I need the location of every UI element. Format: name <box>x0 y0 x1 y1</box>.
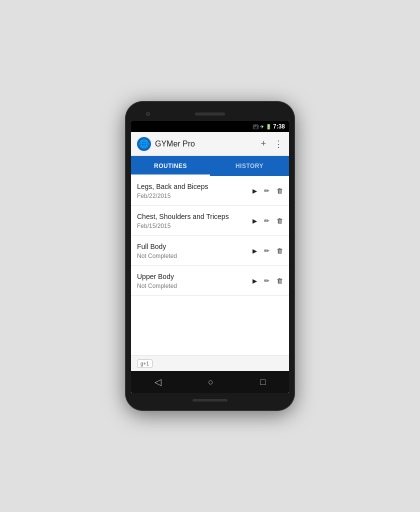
status-bar: 📳 ✈ 🔋 7:38 <box>131 121 289 132</box>
play-button-4[interactable]: ▶ <box>252 278 257 284</box>
edit-button-4[interactable]: ✏ <box>264 277 270 284</box>
play-button-1[interactable]: ▶ <box>252 188 257 194</box>
tab-bar: ROUTINES HISTORY <box>131 156 289 176</box>
gplus-button[interactable]: g+1 <box>137 360 152 368</box>
routine-name-3: Full Body <box>137 242 252 251</box>
home-button[interactable]: ○ <box>208 377 214 388</box>
routine-name-4: Upper Body <box>137 272 252 281</box>
edit-button-1[interactable]: ✏ <box>264 187 270 194</box>
recent-button[interactable]: □ <box>260 377 266 388</box>
delete-button-1[interactable]: 🗑 <box>276 187 283 194</box>
vibrate-icon: 📳 <box>252 124 258 130</box>
nav-bar: ◁ ○ □ <box>131 371 289 393</box>
edit-button-2[interactable]: ✏ <box>264 217 270 224</box>
routine-list: Legs, Back and Biceps Feb/22/2015 ▶ ✏ 🗑 … <box>131 176 289 355</box>
delete-button-4[interactable]: 🗑 <box>276 277 283 284</box>
phone-screen: 📳 ✈ 🔋 7:38 🌐 GYMer Pro + ⋮ ROUTINES HIS <box>131 121 289 393</box>
routine-info-4: Upper Body Not Completed <box>137 272 252 289</box>
phone-bottom <box>131 395 289 405</box>
tab-routines[interactable]: ROUTINES <box>131 156 210 176</box>
airplane-icon: ✈ <box>260 124 264 130</box>
edit-button-3[interactable]: ✏ <box>264 247 270 254</box>
routine-date-2: Feb/15/2015 <box>137 222 252 230</box>
bottom-speaker <box>192 399 228 402</box>
app-logo: 🌐 <box>137 137 151 151</box>
routine-info-2: Chest, Shoulders and Triceps Feb/15/2015 <box>137 212 252 229</box>
phone-device: 📳 ✈ 🔋 7:38 🌐 GYMer Pro + ⋮ ROUTINES HIS <box>125 101 295 411</box>
globe-icon: 🌐 <box>139 139 149 148</box>
app-title: GYMer Pro <box>155 140 260 148</box>
routine-item-1: Legs, Back and Biceps Feb/22/2015 ▶ ✏ 🗑 <box>131 176 289 206</box>
routine-item-3: Full Body Not Completed ▶ ✏ 🗑 <box>131 236 289 266</box>
routine-actions-4: ▶ ✏ 🗑 <box>252 277 283 284</box>
routine-info-3: Full Body Not Completed <box>137 242 252 259</box>
routine-name-2: Chest, Shoulders and Triceps <box>137 212 252 221</box>
routine-item-4: Upper Body Not Completed ▶ ✏ 🗑 <box>131 266 289 296</box>
routine-actions-2: ▶ ✏ 🗑 <box>252 217 283 224</box>
routine-name-1: Legs, Back and Biceps <box>137 182 252 191</box>
app-bar-actions: + ⋮ <box>260 138 283 150</box>
routine-status-4: Not Completed <box>137 282 252 290</box>
overflow-menu-button[interactable]: ⋮ <box>274 138 283 150</box>
routine-date-1: Feb/22/2015 <box>137 192 252 200</box>
routine-status-3: Not Completed <box>137 252 252 260</box>
routine-item-2: Chest, Shoulders and Triceps Feb/15/2015… <box>131 206 289 236</box>
routine-info-1: Legs, Back and Biceps Feb/22/2015 <box>137 182 252 199</box>
play-button-2[interactable]: ▶ <box>252 218 257 224</box>
play-button-3[interactable]: ▶ <box>252 248 257 254</box>
add-button[interactable]: + <box>260 138 266 149</box>
camera <box>146 112 150 116</box>
tab-history[interactable]: HISTORY <box>210 156 289 176</box>
routine-actions-3: ▶ ✏ 🗑 <box>252 247 283 254</box>
app-bar: 🌐 GYMer Pro + ⋮ <box>131 132 289 156</box>
phone-top <box>131 107 289 121</box>
gplus-label: g+1 <box>140 361 149 366</box>
speaker <box>195 112 225 116</box>
delete-button-3[interactable]: 🗑 <box>276 247 283 254</box>
back-button[interactable]: ◁ <box>154 376 162 388</box>
battery-icon: 🔋 <box>266 124 272 130</box>
delete-button-2[interactable]: 🗑 <box>276 217 283 224</box>
screen-footer: g+1 <box>131 355 289 371</box>
status-icons: 📳 ✈ 🔋 7:38 <box>252 123 285 130</box>
routine-actions-1: ▶ ✏ 🗑 <box>252 187 283 194</box>
status-time: 7:38 <box>273 123 285 130</box>
